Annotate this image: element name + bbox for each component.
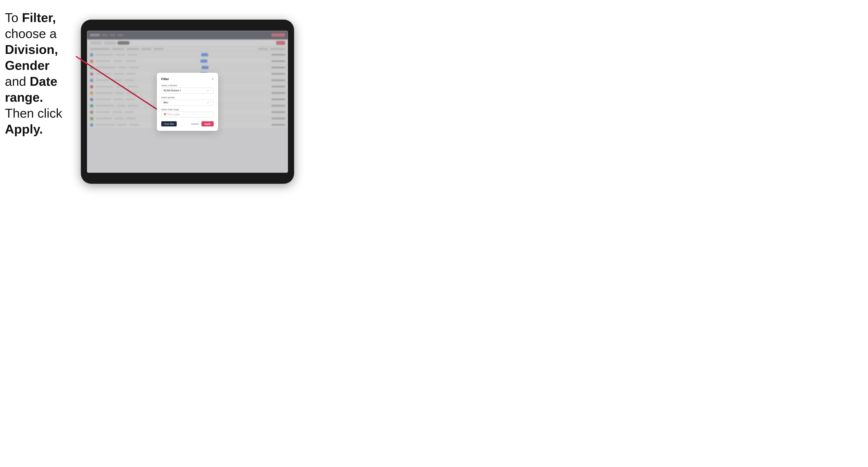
instruction-bold-division-gender: Division, Gender xyxy=(5,42,58,72)
gender-select-value: Men xyxy=(163,101,207,104)
instruction-line3: and Date range. xyxy=(5,74,57,104)
division-label: Select a division xyxy=(161,84,214,87)
instruction-line1: To Filter, choose a xyxy=(5,10,57,41)
date-input[interactable]: 📅 Pick a date xyxy=(161,112,214,117)
gender-clear-icon[interactable]: × xyxy=(207,101,209,104)
clear-filter-button[interactable]: Clear filter xyxy=(161,121,177,126)
filter-modal: Filter × Select a division NCAA Division… xyxy=(157,73,218,131)
instruction-bold-filter: Filter, xyxy=(22,10,56,25)
apply-button[interactable]: Apply xyxy=(202,121,214,126)
gender-chevron-icon: ⌃ xyxy=(210,101,212,104)
tablet-screen: Filter × Select a division NCAA Division… xyxy=(87,31,288,173)
modal-footer: Clear filter Cancel Apply xyxy=(161,121,214,126)
gender-select[interactable]: Men × ⌃ xyxy=(161,100,214,105)
gender-form-group: Select gender Men × ⌃ xyxy=(161,96,214,105)
division-select-value: NCAA Division I xyxy=(163,89,207,92)
division-chevron-icon: ⌃ xyxy=(210,89,212,92)
cancel-button[interactable]: Cancel xyxy=(190,121,200,126)
modal-close-button[interactable]: × xyxy=(212,77,214,81)
division-select[interactable]: NCAA Division I × ⌃ xyxy=(161,88,214,94)
calendar-icon: 📅 xyxy=(163,113,166,116)
modal-title: Filter xyxy=(161,77,169,81)
modal-overlay: Filter × Select a division NCAA Division… xyxy=(87,31,288,173)
division-clear-icon[interactable]: × xyxy=(207,89,209,92)
date-placeholder: Pick a date xyxy=(167,113,180,116)
footer-right-actions: Cancel Apply xyxy=(190,121,214,126)
modal-header: Filter × xyxy=(161,77,214,81)
gender-label: Select gender xyxy=(161,96,214,99)
division-form-group: Select a division NCAA Division I × ⌃ xyxy=(161,84,214,94)
date-form-group: Select Date range 📅 Pick a date xyxy=(161,108,214,117)
instruction-bold-date: Date range. xyxy=(5,74,57,104)
tablet-frame: Filter × Select a division NCAA Division… xyxy=(81,20,294,184)
instruction-bold-apply: Apply. xyxy=(5,122,43,136)
instruction-line4: Then click Apply. xyxy=(5,106,62,136)
date-label: Select Date range xyxy=(161,108,214,111)
